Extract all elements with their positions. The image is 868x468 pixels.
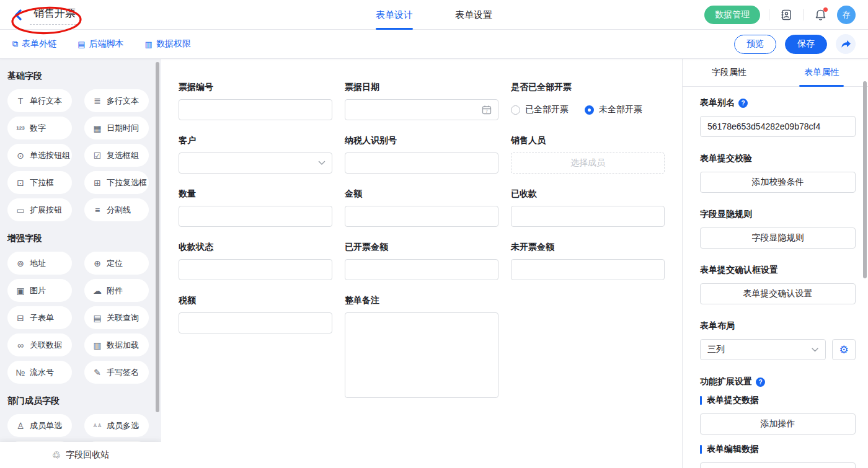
- text-input[interactable]: [345, 259, 498, 280]
- canvas-field-数量[interactable]: 数量: [179, 188, 332, 227]
- select-input[interactable]: [179, 152, 332, 174]
- field-pill-复选框组[interactable]: ☑复选框组: [84, 144, 149, 167]
- field-pill-日期时间[interactable]: ▦日期时间: [84, 117, 149, 139]
- date-input[interactable]: 7: [345, 99, 498, 120]
- contact-book-icon[interactable]: [778, 7, 794, 23]
- field-pill-扩展按钮[interactable]: ▭扩展按钮: [7, 198, 72, 221]
- canvas-field-已收款[interactable]: 已收款: [511, 188, 665, 227]
- canvas-field-税额[interactable]: 税额: [179, 295, 332, 333]
- canvas-field-收款状态[interactable]: 收款状态: [179, 242, 332, 280]
- field-pill-定位[interactable]: ⊕定位: [84, 252, 149, 275]
- notification-bell-icon[interactable]: [812, 7, 828, 23]
- field-pill-关联查询[interactable]: ▤关联查询: [84, 306, 149, 329]
- text-input[interactable]: [345, 152, 498, 174]
- field-pill-单选按钮组[interactable]: ⊙单选按钮组: [7, 144, 72, 167]
- member-picker[interactable]: 选择成员: [511, 152, 665, 174]
- field-pill-label: 单选按钮组: [30, 150, 70, 161]
- field-pill-分割线[interactable]: ≡分割线: [84, 198, 149, 221]
- text-input[interactable]: [179, 312, 332, 333]
- member-multi-icon: ♙♙: [92, 423, 102, 428]
- preview-button[interactable]: 预览: [734, 35, 776, 54]
- layout-gear-button[interactable]: ⚙: [832, 339, 856, 360]
- submit-confirm-button[interactable]: 表单提交确认设置: [700, 283, 856, 304]
- field-pill-流水号[interactable]: №流水号: [7, 361, 72, 384]
- field-pill-图片[interactable]: ▣图片: [7, 279, 72, 302]
- tab-form-design[interactable]: 表单设计: [376, 0, 413, 30]
- canvas-field-客户[interactable]: 客户: [179, 135, 332, 174]
- edit-data-subsection: 表单编辑数据 添加操作: [700, 444, 856, 468]
- sidebar-scrollbar[interactable]: [156, 62, 159, 412]
- canvas-field-是否已全部开票[interactable]: 是否已全部开票已全部开票未全部开票: [511, 82, 665, 120]
- field-pill-label: 流水号: [30, 367, 54, 378]
- field-pill-label: 数字: [30, 123, 46, 134]
- radio-unchecked-icon[interactable]: [511, 105, 520, 115]
- canvas-field-纳税人识别号[interactable]: 纳税人识别号: [345, 135, 498, 174]
- tab-form-settings[interactable]: 表单设置: [455, 0, 492, 30]
- text-input[interactable]: [179, 206, 332, 227]
- textarea-input[interactable]: [345, 312, 498, 398]
- field-pill-子表单[interactable]: ⊟子表单: [7, 306, 72, 329]
- field-pill-下拉框[interactable]: ⊡下拉框: [7, 171, 72, 194]
- back-icon[interactable]: [11, 8, 25, 22]
- add-edit-action-button[interactable]: 添加操作: [700, 462, 856, 468]
- save-button[interactable]: 保存: [785, 35, 827, 54]
- form-toolbar: ⧉表单外链▤后端脚本▥数据权限 预览 保存: [0, 30, 868, 59]
- dropdown-icon: ⊡: [16, 178, 25, 188]
- canvas-field-已开票金额[interactable]: 已开票金额: [345, 242, 498, 280]
- radio-group-icon: ⊙: [16, 151, 25, 161]
- add-validation-button[interactable]: 添加校验条件: [700, 172, 856, 193]
- field-label: 已收款: [511, 188, 665, 200]
- field-pill-成员单选[interactable]: ♙成员单选: [7, 414, 72, 437]
- canvas-field-整单备注[interactable]: 整单备注: [345, 295, 498, 398]
- canvas-field-金额[interactable]: 金额: [345, 188, 498, 227]
- field-label: 金额: [345, 188, 498, 200]
- field-pill-附件[interactable]: ☁附件: [84, 279, 149, 302]
- toolbar-link-0[interactable]: ⧉表单外链: [12, 38, 56, 50]
- field-pill-多行文本[interactable]: ≣多行文本: [84, 89, 149, 112]
- share-icon[interactable]: [836, 34, 856, 54]
- radio-option-已全部开票[interactable]: 已全部开票: [511, 104, 569, 115]
- data-manage-button[interactable]: 数据管理: [704, 6, 760, 24]
- canvas-field-销售人员[interactable]: 销售人员选择成员: [511, 135, 665, 174]
- field-recycle-bin[interactable]: ♲ 字段回收站: [0, 442, 161, 468]
- text-input[interactable]: [179, 99, 332, 120]
- canvas-field-票据日期[interactable]: 票据日期7: [345, 82, 498, 120]
- field-pill-单行文本[interactable]: T单行文本: [7, 89, 72, 112]
- panel-scrollbar[interactable]: [863, 81, 867, 278]
- canvas-field-未开票金额[interactable]: 未开票金额: [511, 242, 665, 280]
- field-visibility-button[interactable]: 字段显隐规则: [700, 227, 856, 249]
- radio-option-label: 已全部开票: [525, 104, 569, 115]
- help-icon[interactable]: ?: [756, 377, 765, 387]
- help-icon[interactable]: ?: [738, 99, 748, 108]
- add-submit-action-button[interactable]: 添加操作: [700, 413, 856, 435]
- text-input[interactable]: [511, 259, 665, 280]
- field-label: 票据编号: [179, 82, 332, 93]
- form-alias-input[interactable]: [700, 116, 856, 137]
- field-pill-下拉复选框[interactable]: ⊞下拉复选框: [84, 171, 149, 194]
- field-pill-关联数据[interactable]: ∞关联数据: [7, 333, 72, 356]
- recycle-label: 字段回收站: [66, 449, 109, 461]
- toolbar-link-2[interactable]: ▥数据权限: [145, 38, 191, 50]
- field-pill-数据加载[interactable]: ▥数据加载: [84, 333, 149, 356]
- tab-form-properties[interactable]: 表单属性: [776, 59, 868, 86]
- tab-field-properties[interactable]: 字段属性: [683, 59, 776, 86]
- text-input[interactable]: [345, 206, 498, 227]
- user-avatar[interactable]: 存: [837, 6, 856, 24]
- text-input[interactable]: [511, 206, 665, 227]
- field-pill-地址[interactable]: ⊚地址: [7, 252, 72, 275]
- radio-group: 已全部开票未全部开票: [511, 99, 665, 120]
- radio-checked-icon[interactable]: [585, 105, 594, 115]
- layout-select[interactable]: 三列: [700, 339, 826, 360]
- submit-data-label-text: 表单提交数据: [707, 395, 759, 406]
- form-designer-app: 销售开票 表单设计 表单设置 数据管理: [0, 0, 868, 468]
- field-pill-成员多选[interactable]: ♙♙成员多选: [84, 414, 149, 437]
- field-pill-手写签名[interactable]: ✎手写签名: [84, 361, 149, 384]
- canvas-field-票据编号[interactable]: 票据编号: [179, 82, 332, 120]
- text-input[interactable]: [179, 259, 332, 280]
- radio-option-未全部开票[interactable]: 未全部开票: [585, 104, 642, 115]
- toolbar-link-1[interactable]: ▤后端脚本: [78, 38, 123, 50]
- field-label: 未开票金额: [511, 242, 665, 253]
- serial-number-icon: №: [16, 368, 25, 377]
- field-pill-label: 扩展按钮: [30, 205, 62, 216]
- field-pill-数字[interactable]: 123数字: [7, 117, 72, 139]
